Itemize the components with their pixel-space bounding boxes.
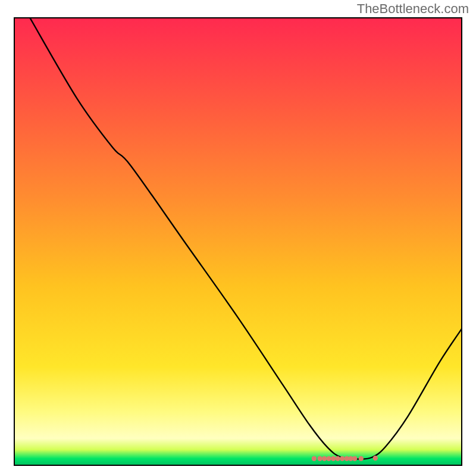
watermark-text: TheBottleneck.com: [357, 1, 469, 17]
bottleneck-chart: [0, 0, 476, 476]
scatter-dot: [340, 456, 345, 461]
scatter-dot: [322, 456, 327, 461]
scatter-dot: [373, 456, 378, 461]
scatter-dot: [312, 456, 317, 461]
scatter-dot: [326, 456, 331, 461]
plot-area: [14, 18, 462, 465]
chart-container: TheBottleneck.com: [0, 0, 476, 476]
scatter-dot: [317, 456, 322, 461]
scatter-dot: [335, 456, 340, 461]
scatter-dot: [331, 456, 336, 461]
gradient-background: [14, 18, 462, 465]
scatter-dot: [352, 456, 357, 461]
scatter-dot: [359, 456, 364, 461]
